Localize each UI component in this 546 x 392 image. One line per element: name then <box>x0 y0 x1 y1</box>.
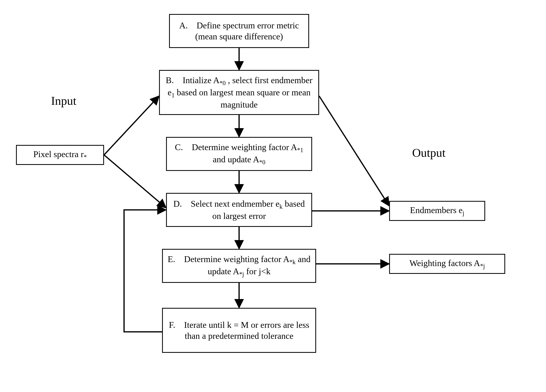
svg-line-7 <box>319 96 389 206</box>
output-weights-text: Weighting factors A*j <box>409 258 485 270</box>
step-b-box: B. Intialize A*0 , select first endmembe… <box>159 70 319 115</box>
flowchart-stage: Input Output A. Define spectrum error me… <box>0 0 546 392</box>
step-a-text: A. Define spectrum error metric (mean sq… <box>174 20 304 42</box>
step-d-box: D. Select next endmember ek based on lar… <box>166 193 312 227</box>
step-d-text: D. Select next endmember ek based on lar… <box>171 198 307 221</box>
output-label: Output <box>412 146 446 160</box>
input-label: Input <box>51 94 76 108</box>
output-endmembers-text: Endmembers ej <box>410 205 464 217</box>
input-box-text: Pixel spectra r* <box>33 149 87 161</box>
step-e-box: E. Determine weighting factor A*k and up… <box>162 249 316 283</box>
step-c-text: C. Determine weighting factor A*1 and up… <box>171 142 307 166</box>
svg-line-5 <box>104 96 159 155</box>
svg-line-6 <box>104 155 166 208</box>
step-f-box: F. Iterate until k = M or errors are les… <box>162 308 316 353</box>
output-endmembers-box: Endmembers ej <box>389 201 485 221</box>
input-box: Pixel spectra r* <box>16 145 104 165</box>
step-a-box: A. Define spectrum error metric (mean sq… <box>169 14 309 48</box>
step-c-box: C. Determine weighting factor A*1 and up… <box>166 137 312 171</box>
step-e-text: E. Determine weighting factor A*k and up… <box>167 254 311 278</box>
output-weights-box: Weighting factors A*j <box>389 254 505 274</box>
step-f-text: F. Iterate until k = M or errors are les… <box>167 319 311 341</box>
step-b-text: B. Intialize A*0 , select first endmembe… <box>164 75 314 110</box>
